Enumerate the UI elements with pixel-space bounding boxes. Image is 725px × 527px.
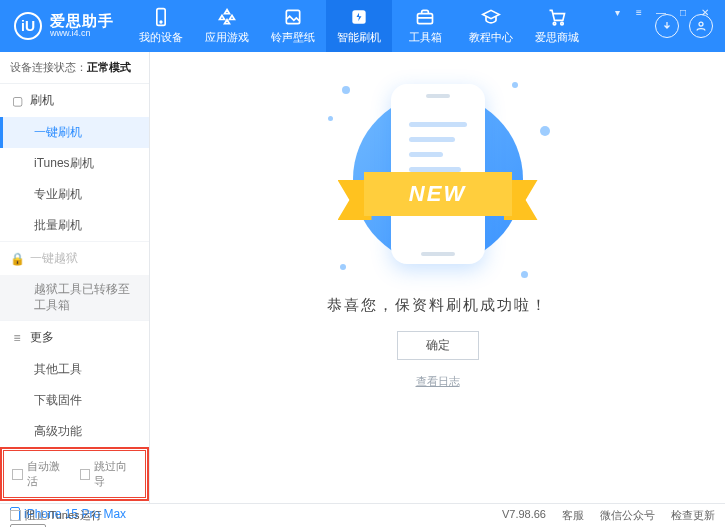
nav-label: 应用游戏 xyxy=(205,30,249,45)
maximize-button[interactable]: □ xyxy=(677,6,689,18)
nav-tutorials[interactable]: 教程中心 xyxy=(458,0,524,52)
list-icon: ≡ xyxy=(10,331,24,345)
nav-toolbox[interactable]: 工具箱 xyxy=(392,0,458,52)
nav-smart-flash[interactable]: 智能刷机 xyxy=(326,0,392,52)
checkbox-icon xyxy=(80,469,91,480)
user-icon xyxy=(695,20,707,32)
menu-icon[interactable]: ▾ xyxy=(611,6,623,18)
svg-point-6 xyxy=(561,22,564,24)
checkbox-skip-guide[interactable]: 跳过向导 xyxy=(80,459,138,489)
svg-point-1 xyxy=(160,21,162,23)
section-title: 更多 xyxy=(30,329,54,346)
checkbox-icon xyxy=(10,510,21,521)
minimize-button[interactable]: — xyxy=(655,6,667,18)
nav-apps-games[interactable]: 应用游戏 xyxy=(194,0,260,52)
ribbon-text: NEW xyxy=(364,172,512,216)
checkbox-label: 自动激活 xyxy=(27,459,70,489)
new-ribbon: NEW xyxy=(338,172,538,216)
titlebar: iU 爱思助手 www.i4.cn 我的设备 应用游戏 铃声壁纸 智能刷机 工具… xyxy=(0,0,725,52)
success-illustration: NEW xyxy=(318,76,558,286)
view-log-link[interactable]: 查看日志 xyxy=(416,374,460,389)
checkbox-auto-activate[interactable]: 自动激活 xyxy=(12,459,70,489)
section-title: 一键越狱 xyxy=(30,250,78,267)
options-highlight-box: 自动激活 跳过向导 xyxy=(0,447,149,501)
status-value: 正常模式 xyxy=(87,61,131,73)
wechat-link[interactable]: 微信公众号 xyxy=(600,508,655,523)
nav-label: 铃声壁纸 xyxy=(271,30,315,45)
section-more[interactable]: ≡ 更多 xyxy=(0,321,149,354)
checkbox-label: 阻止iTunes运行 xyxy=(25,508,102,523)
lock-icon: 🔒 xyxy=(10,252,24,266)
graduation-icon xyxy=(481,7,501,27)
sidebar: 设备连接状态：正常模式 ▢ 刷机 一键刷机 iTunes刷机 专业刷机 批量刷机… xyxy=(0,52,150,503)
svg-point-7 xyxy=(699,22,703,26)
settings-icon[interactable]: ≡ xyxy=(633,6,645,18)
sidebar-item-advanced[interactable]: 高级功能 xyxy=(0,416,149,447)
flash-icon xyxy=(349,7,369,27)
phone-icon: ▢ xyxy=(10,94,24,108)
top-nav: 我的设备 应用游戏 铃声壁纸 智能刷机 工具箱 教程中心 爱思商城 xyxy=(128,0,655,52)
sidebar-item-other-tools[interactable]: 其他工具 xyxy=(0,354,149,385)
nav-ringtones[interactable]: 铃声壁纸 xyxy=(260,0,326,52)
logo-icon: iU xyxy=(14,12,42,40)
nav-label: 我的设备 xyxy=(139,30,183,45)
picture-icon xyxy=(283,7,303,27)
nav-label: 教程中心 xyxy=(469,30,513,45)
svg-point-5 xyxy=(553,22,556,24)
sidebar-item-itunes-flash[interactable]: iTunes刷机 xyxy=(0,148,149,179)
sidebar-item-onekey-flash[interactable]: 一键刷机 xyxy=(0,117,149,148)
section-title: 刷机 xyxy=(30,92,54,109)
status-prefix: 设备连接状态： xyxy=(10,61,87,73)
sidebar-item-batch-flash[interactable]: 批量刷机 xyxy=(0,210,149,241)
nav-store[interactable]: 爱思商城 xyxy=(524,0,590,52)
brand: iU 爱思助手 www.i4.cn xyxy=(0,12,128,40)
ok-button[interactable]: 确定 xyxy=(397,331,479,360)
cart-icon xyxy=(547,7,567,27)
brand-name: 爱思助手 xyxy=(50,13,114,30)
download-icon xyxy=(661,20,673,32)
close-button[interactable]: ✕ xyxy=(699,6,711,18)
toolbox-icon xyxy=(415,7,435,27)
nav-label: 爱思商城 xyxy=(535,30,579,45)
section-flash[interactable]: ▢ 刷机 xyxy=(0,84,149,117)
window-controls: ▾ ≡ — □ ✕ xyxy=(611,2,721,18)
checkbox-icon xyxy=(12,469,23,480)
jailbreak-moved-note: 越狱工具已转移至工具箱 xyxy=(0,275,149,320)
version-label: V7.98.66 xyxy=(502,508,546,523)
support-link[interactable]: 客服 xyxy=(562,508,584,523)
nav-my-device[interactable]: 我的设备 xyxy=(128,0,194,52)
phone-icon xyxy=(151,7,171,27)
check-update-link[interactable]: 检查更新 xyxy=(671,508,715,523)
success-message: 恭喜您，保资料刷机成功啦！ xyxy=(327,296,548,315)
section-jailbreak: 🔒 一键越狱 xyxy=(0,242,149,275)
nav-label: 工具箱 xyxy=(409,30,442,45)
main-content: NEW 恭喜您，保资料刷机成功啦！ 确定 查看日志 xyxy=(150,52,725,503)
app-icon xyxy=(217,7,237,27)
brand-url: www.i4.cn xyxy=(50,29,114,39)
sidebar-item-download-firmware[interactable]: 下载固件 xyxy=(0,385,149,416)
checkbox-label: 跳过向导 xyxy=(94,459,137,489)
nav-label: 智能刷机 xyxy=(337,30,381,45)
connection-status: 设备连接状态：正常模式 xyxy=(0,52,149,84)
sidebar-item-pro-flash[interactable]: 专业刷机 xyxy=(0,179,149,210)
checkbox-block-itunes[interactable]: 阻止iTunes运行 xyxy=(10,508,102,523)
